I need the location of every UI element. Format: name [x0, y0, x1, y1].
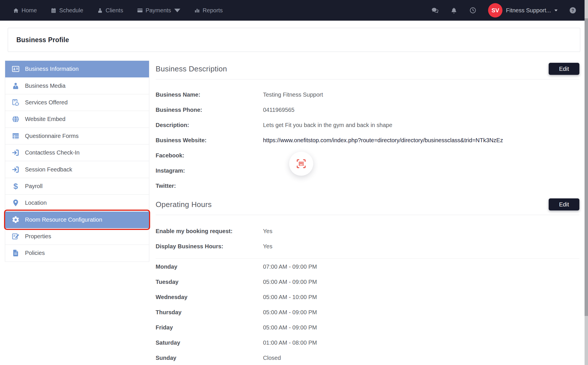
field-label: Instagram: [156, 167, 263, 174]
barcode-scan-badge[interactable] [289, 152, 313, 176]
sidebar-item-session-feedback[interactable]: Session Feedback [5, 161, 149, 178]
field-label: Facebook: [156, 152, 263, 159]
sidebar-item-label: Contactless Check-In [25, 149, 80, 156]
setting-row-display-business-hours: Display Business Hours:Yes [156, 243, 579, 249]
divider [156, 79, 579, 79]
nav-menu: Home Schedule Clients Payments Reports [13, 7, 223, 14]
chat-icon[interactable] [431, 7, 439, 14]
field-label: Wednesday [156, 294, 263, 300]
field-label: Business Website: [156, 137, 263, 143]
document-icon [11, 249, 20, 257]
business-description-header: Business Description Edit [156, 62, 579, 75]
field-label: Sunday [156, 355, 263, 361]
field-row-business-website: Business Website:https://www.onefitstop.… [156, 137, 579, 143]
edit-business-description-button[interactable]: Edit [549, 63, 579, 75]
nav-item-label: Reports [203, 7, 223, 14]
day-row-monday: Monday07:00 AM - 09:00 PM [156, 263, 579, 270]
field-value: 0411969565 [263, 107, 295, 113]
sidebar-item-business-media[interactable]: Business Media [5, 77, 149, 94]
field-label: Business Phone: [156, 107, 263, 113]
field-row-instagram: Instagram: [156, 167, 579, 174]
field-label: Thursday [156, 309, 263, 315]
scrollbar-thumb[interactable] [585, 18, 588, 316]
chevron-down-icon [554, 9, 558, 11]
globe-icon [11, 115, 20, 123]
field-label: Monday [156, 263, 263, 270]
main-content: Business Description Edit Business Name:… [156, 60, 579, 365]
svg-text:?: ? [572, 8, 574, 13]
sidebar-item-label: Policies [25, 250, 45, 256]
field-value: Yes [263, 228, 272, 234]
bar-chart-icon [194, 7, 200, 13]
nav-item-label: Payments [146, 7, 171, 14]
top-navbar: Home Schedule Clients Payments Reports S… [0, 0, 585, 21]
sidebar-item-services-offered[interactable]: Services Offered [5, 94, 149, 111]
field-label: Twitter: [156, 183, 263, 189]
sidebar-item-properties[interactable]: Properties [5, 228, 149, 245]
sidebar-item-label: Payroll [25, 183, 42, 190]
section-title: Business Description [156, 65, 227, 73]
clock-icon[interactable] [469, 7, 477, 14]
home-icon [13, 7, 19, 13]
sidebar-item-contactless-check-in[interactable]: Contactless Check-In [5, 145, 149, 161]
svg-text:$: $ [13, 182, 18, 190]
business-description-fields: Business Name:Testing Fitness SupportBus… [156, 91, 579, 189]
day-row-sunday: SundayClosed [156, 355, 579, 361]
sidebar-item-policies[interactable]: Policies [5, 245, 149, 261]
sidebar-item-room-resource-configuration[interactable]: Room Resource Configuration [5, 212, 149, 228]
nav-item-payments[interactable]: Payments [137, 7, 180, 14]
barcode-scan-icon [295, 157, 308, 170]
nav-item-clients[interactable]: Clients [97, 7, 123, 14]
page-title-card: Business Profile [8, 28, 580, 52]
nav-item-label: Clients [106, 7, 123, 14]
divider [156, 258, 579, 259]
nav-item-reports[interactable]: Reports [194, 7, 223, 14]
sidebar-item-website-embed[interactable]: Website Embed [5, 111, 149, 128]
sidebar-item-questionnaire-forms[interactable]: Questionnaire Forms [5, 128, 149, 145]
day-row-thursday: Thursday05:00 AM - 09:00 PM [156, 309, 579, 315]
sidebar-item-label: Business Information [25, 66, 79, 72]
field-value: Testing Fitness Support [263, 91, 323, 98]
nav-item-home[interactable]: Home [13, 7, 37, 14]
operating-hours-header: Operating Hours Edit [156, 198, 579, 211]
help-icon[interactable]: ? [569, 7, 577, 14]
sidebar-item-payroll[interactable]: $Payroll [5, 178, 149, 195]
person-icon [97, 7, 103, 13]
sidebar-item-business-information[interactable]: Business Information [5, 61, 149, 77]
note-edit-icon [11, 232, 20, 241]
day-row-friday: Friday05:00 AM - 09:00 PM [156, 324, 579, 331]
day-row-wednesday: Wednesday05:00 AM - 10:00 PM [156, 294, 579, 300]
field-value: Lets get Fit you back in the gym and bac… [263, 122, 392, 128]
avatar[interactable]: SV [488, 3, 502, 17]
sign-in-icon [11, 149, 20, 157]
book-chat-icon [11, 98, 20, 107]
gear-icon [11, 216, 20, 224]
field-value: 05:00 AM - 09:00 PM [263, 324, 317, 331]
vertical-scrollbar[interactable] [585, 0, 588, 365]
user-menu[interactable]: SV Fitness Support... [488, 3, 558, 17]
nav-item-schedule[interactable]: Schedule [51, 7, 83, 14]
operating-hours-days: Monday07:00 AM - 09:00 PMTuesday05:00 AM… [156, 263, 579, 361]
sidebar-item-location[interactable]: Location [5, 195, 149, 211]
table-icon [11, 132, 20, 140]
user-name: Fitness Support... [506, 7, 551, 14]
bell-icon[interactable] [450, 7, 458, 14]
page-title: Business Profile [16, 36, 69, 44]
day-row-tuesday: Tuesday05:00 AM - 09:00 PM [156, 279, 579, 285]
operating-hours-settings: Enable my booking request:YesDisplay Bus… [156, 228, 579, 249]
sidebar-item-label: Services Offered [25, 99, 68, 106]
field-row-business-name: Business Name:Testing Fitness Support [156, 91, 579, 98]
nav-item-label: Home [22, 7, 37, 14]
field-label: Display Business Hours: [156, 243, 263, 249]
field-value: 05:00 AM - 09:00 PM [263, 309, 317, 315]
nav-item-label: Schedule [59, 7, 83, 14]
dollar-icon: $ [11, 182, 20, 190]
field-label: Friday [156, 324, 263, 331]
field-row-description: Description:Lets get Fit you back in the… [156, 122, 579, 128]
field-value: 05:00 AM - 10:00 PM [263, 294, 317, 300]
field-value: 01:00 AM - 08:00 PM [263, 339, 317, 346]
field-value-link[interactable]: https://www.onefitstop.com/index.php?rou… [263, 137, 503, 143]
edit-operating-hours-button[interactable]: Edit [549, 198, 579, 210]
field-row-business-phone: Business Phone:0411969565 [156, 107, 579, 113]
field-label: Saturday [156, 339, 263, 346]
